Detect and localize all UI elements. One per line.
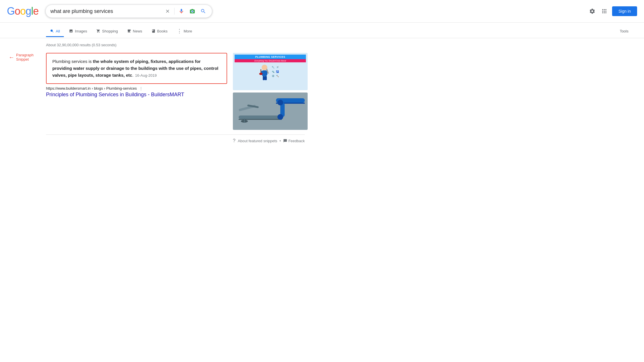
nav-tabs: All Images Shopping News Books ⋮ More To… xyxy=(0,23,644,38)
result-title-link[interactable]: Principles of Plumbing Services in Build… xyxy=(46,92,227,98)
voice-search-button[interactable] xyxy=(177,7,185,15)
svg-point-0 xyxy=(192,11,193,12)
image1-sub: Everything You Should Know About xyxy=(235,59,306,62)
svg-point-23 xyxy=(277,114,283,120)
pipes-svg xyxy=(233,93,308,130)
svg-text:🚿: 🚿 xyxy=(276,66,279,69)
about-snippets-bar: ? About featured snippets • Feedback xyxy=(46,134,305,143)
svg-rect-5 xyxy=(263,76,265,80)
logo-g: G xyxy=(7,5,15,17)
svg-text:🔨: 🔨 xyxy=(276,74,279,77)
search-button[interactable] xyxy=(199,7,207,15)
tab-shopping[interactable]: Shopping xyxy=(92,26,122,37)
tab-tools-label: Tools xyxy=(620,29,628,33)
svg-text:⚙️: ⚙️ xyxy=(272,74,275,77)
feedback-label: Feedback xyxy=(288,139,305,143)
snippet-image-2[interactable] xyxy=(233,93,308,130)
settings-button[interactable] xyxy=(588,7,597,16)
snippet-arrow-icon: ← xyxy=(9,54,14,61)
plumbing-illustration: PLUMBING SERVICES Everything You Should … xyxy=(233,53,308,90)
snippet-label-line1: Paragraph xyxy=(16,53,34,57)
snippet-label: ← Paragraph Snippet xyxy=(9,53,34,61)
featured-snippet-wrapper: ← Paragraph Snippet Plumbing services is… xyxy=(46,53,316,130)
results-count: About 32,90,00,000 results (0.53 seconds… xyxy=(46,43,316,47)
sign-in-button[interactable]: Sign in xyxy=(612,6,637,16)
logo-e: e xyxy=(33,5,39,17)
svg-text:🚰: 🚰 xyxy=(276,70,279,73)
plumbing-photo xyxy=(233,93,308,130)
logo-o2: o xyxy=(20,5,26,17)
apps-button[interactable] xyxy=(600,7,609,16)
tab-shopping-label: Shopping xyxy=(102,29,118,33)
tab-books[interactable]: Books xyxy=(147,26,172,37)
svg-rect-16 xyxy=(233,93,308,130)
image-search-button[interactable] xyxy=(188,7,196,15)
header-right: Sign in xyxy=(588,6,637,16)
clear-button[interactable] xyxy=(164,7,171,15)
tab-all-label: All xyxy=(56,29,60,33)
svg-rect-20 xyxy=(239,115,282,119)
tab-more[interactable]: ⋮ More xyxy=(173,25,196,38)
tab-images-label: Images xyxy=(75,29,87,33)
tab-images[interactable]: Images xyxy=(65,26,91,37)
image1-banner: PLUMBING SERVICES xyxy=(235,55,306,59)
tab-tools[interactable]: Tools xyxy=(616,26,632,37)
snippet-label-text: Paragraph Snippet xyxy=(16,53,34,61)
plumber-svg: 🔧 🚿 🔩 🚰 ⚙️ 🔨 xyxy=(256,62,285,85)
logo-g2: g xyxy=(26,5,31,17)
feedback-link[interactable]: Feedback xyxy=(283,139,305,143)
snippet-text-prefix: Plumbing services is xyxy=(52,59,93,64)
search-divider xyxy=(174,8,175,15)
source-options-button[interactable]: ⋮ xyxy=(139,86,143,90)
svg-point-22 xyxy=(277,100,283,105)
snippet-label-line2: Snippet xyxy=(16,57,34,61)
featured-snippet-box: Plumbing services is the whole system of… xyxy=(46,53,227,84)
snippet-left-col: Plumbing services is the whole system of… xyxy=(46,53,227,98)
snippet-text: Plumbing services is the whole system of… xyxy=(52,58,221,79)
question-icon: ? xyxy=(233,138,235,143)
more-dots-icon: ⋮ xyxy=(177,28,182,34)
search-bar xyxy=(45,5,212,18)
dot-separator: • xyxy=(279,139,281,143)
google-logo[interactable]: G o o g l e xyxy=(7,5,39,17)
source-url: https://www.buildersmart.in › blogs › Pl… xyxy=(46,86,137,90)
svg-rect-6 xyxy=(265,76,267,80)
tab-books-label: Books xyxy=(157,29,168,33)
search-input[interactable] xyxy=(50,8,161,14)
logo-l: l xyxy=(31,5,33,17)
snippet-date: 16-Aug-2019 xyxy=(135,73,157,78)
svg-rect-27 xyxy=(244,118,245,123)
source-line: https://www.buildersmart.in › blogs › Pl… xyxy=(46,86,227,90)
header: G o o g l e xyxy=(0,0,644,23)
svg-text:🔩: 🔩 xyxy=(272,70,275,73)
tab-more-label: More xyxy=(184,29,192,33)
svg-rect-21 xyxy=(239,119,282,120)
about-snippets-link[interactable]: About featured snippets xyxy=(238,139,277,143)
tab-all[interactable]: All xyxy=(46,26,64,37)
snippet-text-suffix: . xyxy=(132,73,133,78)
logo-o1: o xyxy=(15,5,20,17)
feedback-icon xyxy=(283,139,287,143)
tab-news-label: News xyxy=(133,29,142,33)
main-content: About 32,90,00,000 results (0.53 seconds… xyxy=(0,38,316,143)
tab-news[interactable]: News xyxy=(123,26,146,37)
svg-point-9 xyxy=(259,73,263,75)
search-bar-wrapper xyxy=(45,5,212,18)
snippet-images: PLUMBING SERVICES Everything You Should … xyxy=(233,53,308,130)
snippet-image-1[interactable]: PLUMBING SERVICES Everything You Should … xyxy=(233,53,308,90)
svg-text:🔧: 🔧 xyxy=(272,66,275,69)
